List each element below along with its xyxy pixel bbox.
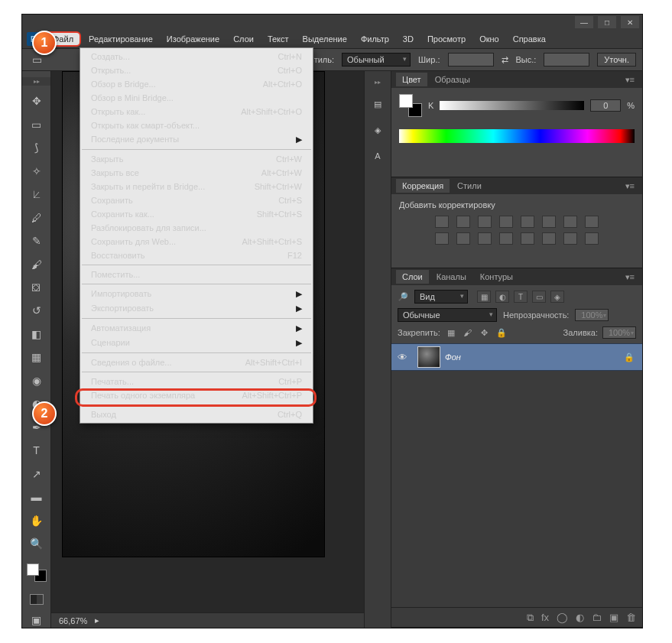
hand-tool-icon[interactable]: ✋ [28, 512, 45, 528]
adjust-bw-icon[interactable] [585, 216, 599, 228]
type-tool-icon[interactable]: T [28, 443, 45, 458]
blend-select[interactable]: Обычные [398, 308, 497, 322]
adjust-mixer-icon[interactable] [456, 232, 470, 245]
color-fgbg[interactable] [399, 94, 422, 117]
adjust-selective-icon[interactable] [585, 232, 599, 245]
menu-item[interactable]: Сценарии▶ [80, 336, 313, 350]
menu-select[interactable]: Выделение [297, 31, 353, 47]
color-spectrum[interactable] [399, 129, 635, 143]
adjust-photo-icon[interactable] [435, 232, 449, 245]
adjust-lookup-icon[interactable] [478, 232, 492, 245]
marquee-tool-icon[interactable]: ▭ [28, 117, 45, 132]
filter-shape-icon[interactable]: ▭ [532, 291, 546, 303]
menu-item[interactable]: Обзор в Bridge...Alt+Ctrl+O [80, 77, 313, 91]
crop-tool-icon[interactable]: ⟀ [28, 187, 45, 202]
tab-styles[interactable]: Стили [451, 179, 488, 193]
menu-item[interactable]: Экспортировать▶ [80, 301, 313, 316]
stamp-tool-icon[interactable]: ⛋ [28, 280, 45, 295]
healing-tool-icon[interactable]: ✎ [28, 233, 45, 248]
properties-panel-icon[interactable]: ◈ [369, 122, 386, 138]
menu-item[interactable]: Печатать...Ctrl+P [80, 375, 313, 388]
fx-icon[interactable]: fx [541, 612, 549, 623]
history-panel-icon[interactable]: ▤ [369, 96, 386, 112]
shape-tool-icon[interactable]: ▬ [28, 489, 45, 505]
menu-type[interactable]: Текст [261, 31, 295, 47]
path-tool-icon[interactable]: ↗ [28, 466, 45, 481]
new-layer-icon[interactable]: ▣ [609, 612, 618, 623]
filter-pixel-icon[interactable]: ▦ [477, 291, 491, 303]
height-field[interactable] [544, 53, 589, 67]
menu-item[interactable]: Закрыть и перейти в Bridge...Shift+Ctrl+… [80, 180, 313, 193]
menu-item[interactable]: Создать...Ctrl+N [80, 50, 313, 63]
lock-pos-icon[interactable]: ✥ [479, 327, 491, 338]
filter-adjust-icon[interactable]: ◐ [495, 291, 509, 303]
blur-tool-icon[interactable]: ◉ [28, 373, 45, 388]
menu-item[interactable]: Открыть как смарт-объект... [80, 119, 313, 132]
lasso-tool-icon[interactable]: ⟆ [28, 140, 45, 155]
panel-menu-icon[interactable]: ▾≡ [622, 181, 638, 191]
panel-menu-icon[interactable]: ▾≡ [622, 272, 638, 282]
opacity-value[interactable]: 100% [575, 309, 609, 321]
doc-info-icon[interactable]: ▸ [95, 615, 99, 625]
menu-item[interactable]: Поместить... [80, 268, 313, 281]
color-swatch[interactable] [27, 563, 47, 582]
adjust-exposure-icon[interactable] [499, 216, 513, 228]
delete-icon[interactable]: 🗑 [626, 612, 636, 623]
adjust-gradient-icon[interactable] [563, 232, 577, 245]
screenmode-icon[interactable]: ▣ [28, 612, 45, 628]
close-button[interactable]: ✕ [621, 16, 639, 28]
refine-button[interactable]: Уточн. [597, 53, 636, 67]
width-field[interactable] [448, 53, 494, 67]
layer-thumbnail[interactable] [417, 346, 440, 368]
menu-item[interactable]: ЗакрытьCtrl+W [80, 152, 313, 166]
menu-image[interactable]: Изображение [161, 31, 226, 47]
swap-icon[interactable]: ⇄ [502, 55, 508, 65]
group-icon[interactable]: 🗀 [592, 612, 602, 623]
menu-item[interactable]: Открыть как...Alt+Shift+Ctrl+O [80, 105, 313, 119]
adjust-brightness-icon[interactable] [435, 216, 449, 228]
menu-view[interactable]: Просмотр [421, 31, 472, 47]
tab-swatches[interactable]: Образцы [429, 73, 476, 86]
lock-all-icon[interactable]: 🔒 [495, 327, 508, 338]
layer-name[interactable]: Фон [445, 352, 624, 362]
gradient-tool-icon[interactable]: ▦ [28, 349, 45, 365]
menu-item[interactable]: Автоматизация▶ [80, 321, 313, 336]
menu-item[interactable]: ВосстановитьF12 [80, 248, 313, 262]
history-brush-icon[interactable]: ↺ [28, 303, 45, 318]
visibility-icon[interactable]: 👁 [391, 352, 413, 363]
eraser-tool-icon[interactable]: ◧ [28, 326, 45, 342]
dock-expand[interactable]: ▸▸ [365, 77, 391, 86]
menu-item[interactable]: Сохранить для Web...Alt+Shift+Ctrl+S [80, 235, 313, 248]
zoom-tool-icon[interactable]: 🔍 [28, 536, 45, 551]
filter-type-icon[interactable]: T [514, 291, 528, 303]
fill-value[interactable]: 100% [602, 326, 636, 339]
menu-item[interactable]: Последние документы▶ [80, 132, 313, 147]
k-slider[interactable] [440, 101, 584, 110]
adjust-threshold-icon[interactable] [542, 232, 556, 245]
menu-window[interactable]: Окно [473, 31, 505, 47]
menu-item[interactable]: Сведения о файле...Alt+Shift+Ctrl+I [80, 356, 313, 369]
character-panel-icon[interactable]: A [369, 148, 386, 164]
adjust-invert-icon[interactable] [499, 232, 513, 245]
kind-select[interactable]: Вид [414, 290, 468, 304]
menu-item[interactable]: Закрыть всеAlt+Ctrl+W [80, 166, 313, 180]
menu-3d[interactable]: 3D [397, 31, 420, 47]
maximize-button[interactable]: □ [598, 16, 616, 28]
adjust-poster-icon[interactable] [521, 232, 534, 245]
tab-paths[interactable]: Контуры [474, 270, 519, 284]
link-icon[interactable]: ⧉ [527, 612, 534, 624]
kind-search-icon[interactable]: 🔎 [398, 292, 408, 302]
panel-menu-icon[interactable]: ▾≡ [622, 75, 638, 85]
menu-item[interactable]: Импортировать▶ [80, 287, 313, 301]
menu-filter[interactable]: Фильтр [355, 31, 395, 47]
adjust-curves-icon[interactable] [478, 216, 492, 228]
eyedropper-tool-icon[interactable]: 🖊 [28, 209, 45, 225]
move-tool-icon[interactable]: ✥ [28, 93, 45, 109]
adjust-vibrance-icon[interactable] [521, 216, 534, 228]
menu-help[interactable]: Справка [507, 31, 552, 47]
adjustment-icon[interactable]: ◐ [576, 612, 584, 623]
adjust-levels-icon[interactable] [456, 216, 470, 228]
menu-item[interactable]: ВыходCtrl+Q [80, 408, 313, 421]
mask-icon[interactable]: ◯ [557, 612, 568, 623]
menu-item[interactable]: Обзор в Mini Bridge... [80, 91, 313, 105]
